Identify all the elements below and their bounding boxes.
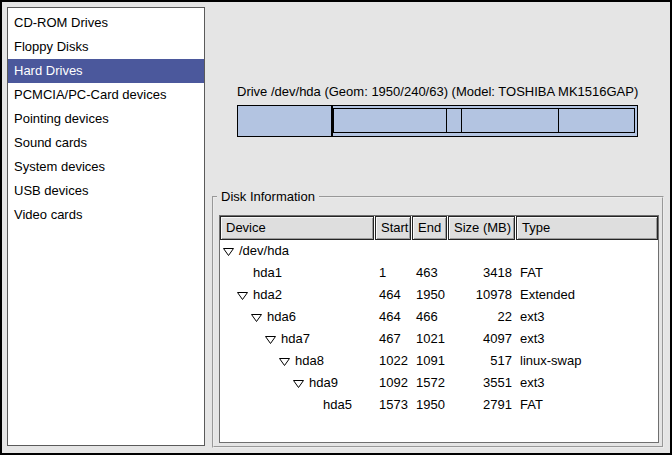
disk-information-frame: Disk Information Device Start End Size (… xyxy=(212,196,664,448)
end-cell: 1572 xyxy=(412,372,448,394)
device-cell: hda2 xyxy=(220,284,375,306)
start-cell: 1092 xyxy=(375,372,412,394)
sidebar-item-pointing-devices[interactable]: Pointing devices xyxy=(8,107,204,131)
type-cell: ext3 xyxy=(516,306,658,328)
type-cell: ext3 xyxy=(516,328,658,350)
partition-divider xyxy=(558,109,559,132)
type-cell xyxy=(516,240,658,262)
column-header-size-mb[interactable]: Size (MB) xyxy=(448,216,515,240)
type-cell: ext3 xyxy=(516,372,658,394)
sidebar-item-video-cards[interactable]: Video cards xyxy=(8,203,204,227)
table-row[interactable]: hda2 464 1950 10978 Extended xyxy=(220,284,658,306)
type-cell: FAT xyxy=(516,394,658,416)
table-row[interactable]: hda9 1092 1572 3551 ext3 xyxy=(220,372,658,394)
size-cell: 3418 xyxy=(448,262,516,284)
device-label: /dev/hda xyxy=(239,240,289,262)
partition-table: Device Start End Size (MB) Type /dev/hda… xyxy=(219,215,659,443)
device-label: hda5 xyxy=(323,394,352,416)
end-cell: 463 xyxy=(412,262,448,284)
start-cell: 1573 xyxy=(375,394,412,416)
table-row[interactable]: hda8 1022 1091 517 linux-swap xyxy=(220,350,658,372)
size-cell: 2791 xyxy=(448,394,516,416)
tree-indent xyxy=(220,295,236,296)
start-cell: 464 xyxy=(375,284,412,306)
size-cell: 10978 xyxy=(448,284,516,306)
expander-icon[interactable] xyxy=(278,356,291,367)
column-header-start[interactable]: Start xyxy=(375,216,411,240)
start-cell: 1022 xyxy=(375,350,412,372)
size-cell: 4097 xyxy=(448,328,516,350)
tree-indent xyxy=(220,317,250,318)
end-cell: 1021 xyxy=(412,328,448,350)
device-label: hda7 xyxy=(281,328,310,350)
partition-segment-extended xyxy=(333,108,635,133)
type-cell: Extended xyxy=(516,284,658,306)
device-label: hda6 xyxy=(267,306,296,328)
partition-divider xyxy=(446,109,447,132)
sidebar-item-floppy-disks[interactable]: Floppy Disks xyxy=(8,35,204,59)
device-label: hda1 xyxy=(253,262,282,284)
type-cell: FAT xyxy=(516,262,658,284)
expander-icon[interactable] xyxy=(264,334,277,345)
partition-divider xyxy=(461,109,462,132)
disk-information-frame-label: Disk Information xyxy=(217,189,319,204)
sidebar-item-pcmcia-pc-card-devices[interactable]: PCMCIA/PC-Card devices xyxy=(8,83,204,107)
device-cell: hda1 xyxy=(220,262,375,284)
table-row[interactable]: hda5 1573 1950 2791 FAT xyxy=(220,394,658,416)
device-cell: hda7 xyxy=(220,328,375,350)
expander-icon[interactable] xyxy=(250,312,263,323)
tree-indent xyxy=(220,273,253,274)
size-cell: 22 xyxy=(448,306,516,328)
start-cell: 467 xyxy=(375,328,412,350)
drive-title: Drive /dev/hda (Geom: 1950/240/63) (Mode… xyxy=(237,84,638,99)
column-header-device[interactable]: Device xyxy=(220,216,374,240)
start-cell: 464 xyxy=(375,306,412,328)
end-cell xyxy=(412,240,448,262)
tree-indent xyxy=(220,383,292,384)
table-row[interactable]: hda1 1 463 3418 FAT xyxy=(220,262,658,284)
table-row[interactable]: /dev/hda xyxy=(220,240,658,262)
partition-bar xyxy=(237,105,638,137)
partition-segment-primary xyxy=(238,106,333,136)
tree-indent xyxy=(220,361,278,362)
partition-table-body: /dev/hda hda1 1 463 3418 FAT hda2 464 19… xyxy=(220,240,658,416)
partition-table-header: Device Start End Size (MB) Type xyxy=(220,216,658,240)
tree-indent xyxy=(220,339,264,340)
table-row[interactable]: hda6 464 466 22 ext3 xyxy=(220,306,658,328)
sidebar-item-hard-drives[interactable]: Hard Drives xyxy=(8,59,204,83)
start-cell: 1 xyxy=(375,262,412,284)
device-cell: hda9 xyxy=(220,372,375,394)
sidebar-item-system-devices[interactable]: System devices xyxy=(8,155,204,179)
tree-indent xyxy=(220,405,323,406)
device-cell: hda5 xyxy=(220,394,375,416)
size-cell: 3551 xyxy=(448,372,516,394)
table-row[interactable]: hda7 467 1021 4097 ext3 xyxy=(220,328,658,350)
size-cell xyxy=(448,240,516,262)
device-label: hda9 xyxy=(309,372,338,394)
device-label: hda8 xyxy=(295,350,324,372)
device-label: hda2 xyxy=(253,284,282,306)
expander-icon[interactable] xyxy=(292,378,305,389)
column-header-type[interactable]: Type xyxy=(516,216,658,240)
end-cell: 1091 xyxy=(412,350,448,372)
device-cell: hda6 xyxy=(220,306,375,328)
device-category-list: CD-ROM DrivesFloppy DisksHard DrivesPCMC… xyxy=(7,7,205,446)
expander-icon[interactable] xyxy=(222,246,235,257)
start-cell xyxy=(375,240,412,262)
device-cell: /dev/hda xyxy=(220,240,375,262)
sidebar-item-usb-devices[interactable]: USB devices xyxy=(8,179,204,203)
end-cell: 1950 xyxy=(412,394,448,416)
sidebar-item-sound-cards[interactable]: Sound cards xyxy=(8,131,204,155)
end-cell: 466 xyxy=(412,306,448,328)
column-header-end[interactable]: End xyxy=(412,216,447,240)
hardware-browser-window: CD-ROM DrivesFloppy DisksHard DrivesPCMC… xyxy=(0,0,672,455)
sidebar-item-cd-rom-drives[interactable]: CD-ROM Drives xyxy=(8,11,204,35)
type-cell: linux-swap xyxy=(516,350,658,372)
expander-icon[interactable] xyxy=(236,290,249,301)
size-cell: 517 xyxy=(448,350,516,372)
device-cell: hda8 xyxy=(220,350,375,372)
end-cell: 1950 xyxy=(412,284,448,306)
